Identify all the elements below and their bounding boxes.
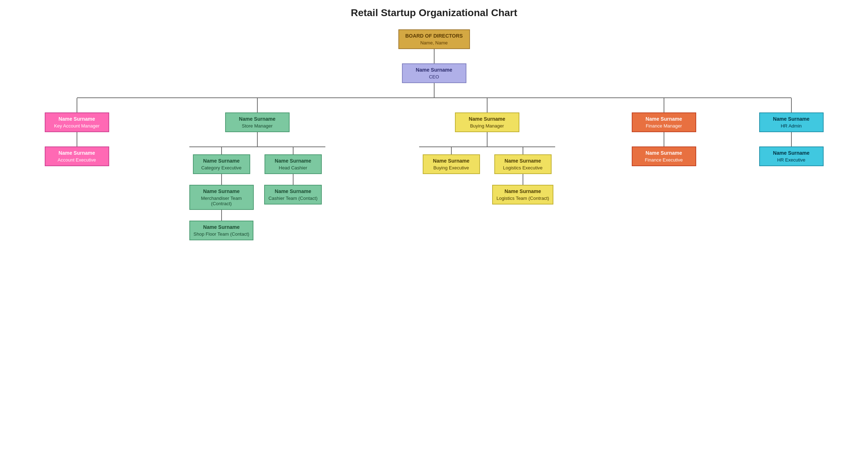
finance-exec-node: Name Surname Finance Executive [632,146,696,166]
key-account-mgr-node: Name Surname Key Account Manager [45,112,109,132]
store-mgr-node: Name Surname Store Manager [225,112,290,132]
head-cashier-node: Name Surname Head Cashier [265,154,322,174]
buying-mgr-node: Name Surname Buying Manager [455,112,519,132]
shop-floor-node: Name Surname Shop Floor Team (Contact) [189,221,254,240]
account-exec-node: Name Surname Account Executive [45,146,109,166]
board-node: BOARD OF DIRECTORS Name, Name [398,29,470,49]
logistics-exec-node: Name Surname Logistics Executive [494,154,552,174]
merch-team-node: Name Surname Merchandiser Team (Contract… [189,185,254,210]
finance-mgr-node: Name Surname Finance Manager [632,112,696,132]
buying-exec-node: Name Surname Buying Executive [423,154,480,174]
hr-exec-node: Name Surname HR Executive [759,146,824,166]
category-exec-node: Name Surname Category Executive [193,154,250,174]
logistics-team-node: Name Surname Logistics Team (Contract) [492,185,553,204]
hr-admin-node: Name Surname HR Admin [759,112,824,132]
ceo-node: Name Surname CEO [402,63,466,83]
cashier-team-node: Name Surname Cashier Team (Contact) [264,185,322,204]
chart-title: Retail Startup Organizational Chart [351,7,517,19]
